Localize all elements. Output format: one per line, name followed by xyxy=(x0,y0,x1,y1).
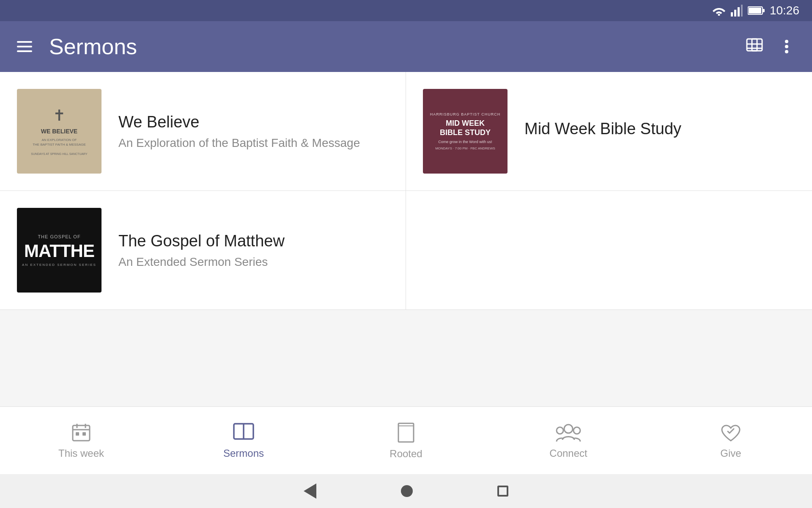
thumbnail-mid-week-details: MONDAYS · 7:00 PM · FBC ANDREWS xyxy=(435,146,495,150)
svg-point-25 xyxy=(564,425,573,433)
svg-rect-9 xyxy=(752,39,757,51)
chat-icon[interactable] xyxy=(745,36,765,57)
svg-point-26 xyxy=(557,427,563,434)
system-nav xyxy=(0,474,812,508)
thumbnail-matthew-title: MATTHE xyxy=(24,241,94,261)
svg-point-14 xyxy=(785,50,788,53)
home-button[interactable] xyxy=(401,485,413,497)
sermon-title-mid-week: Mid Week Bible Study xyxy=(524,120,795,138)
sermon-subtitle-we-believe: An Exploration of the Baptist Faith & Me… xyxy=(118,136,389,150)
sermon-info-matthew: The Gospel of Matthew An Extended Sermon… xyxy=(118,232,389,269)
status-bar: 10:26 xyxy=(0,0,812,21)
status-time: 10:26 xyxy=(770,4,799,17)
nav-label-rooted: Rooted xyxy=(390,448,422,460)
nav-label-sermons: Sermons xyxy=(223,447,264,459)
give-icon xyxy=(719,422,742,443)
thumbnail-mid-week-title: MID WEEKBIBLE STUDY xyxy=(436,119,495,137)
connect-icon xyxy=(556,422,581,443)
sermon-card-mid-week[interactable]: HARRISBURG BAPTIST CHURCH MID WEEKBIBLE … xyxy=(406,72,812,191)
sermon-card-empty xyxy=(406,191,812,310)
nav-label-connect: Connect xyxy=(549,447,587,459)
thumbnail-title-we-believe: WE BELIEVE xyxy=(37,128,82,135)
svg-rect-2 xyxy=(734,10,736,17)
nav-label-this-week: This week xyxy=(58,447,104,459)
svg-rect-4 xyxy=(741,5,743,17)
main-content: ✝ WE BELIEVE AN EXPLORATION OFTHE BAPTIS… xyxy=(0,72,812,406)
more-vertical-icon[interactable] xyxy=(778,36,795,57)
hamburger-button[interactable] xyxy=(17,41,32,52)
sermon-thumbnail-matthew: THE GOSPEL OF MATTHE AN EXTENDED SERMON … xyxy=(17,208,102,293)
sermon-thumbnail-we-believe: ✝ WE BELIEVE AN EXPLORATION OFTHE BAPTIS… xyxy=(17,89,102,174)
svg-rect-6 xyxy=(749,8,761,14)
sermon-info-we-believe: We Believe An Exploration of the Baptist… xyxy=(118,113,389,150)
cross-icon: ✝ xyxy=(53,107,66,124)
sermon-subtitle-matthew: An Extended Sermon Series xyxy=(118,255,389,269)
sermon-grid: ✝ WE BELIEVE AN EXPLORATION OFTHE BAPTIS… xyxy=(0,72,812,310)
signal-icon xyxy=(731,5,743,17)
svg-rect-1 xyxy=(731,12,733,17)
nav-label-give: Give xyxy=(720,447,741,459)
nav-item-connect[interactable]: Connect xyxy=(487,407,650,474)
status-icons: 10:26 xyxy=(712,4,799,17)
sermon-card-we-believe[interactable]: ✝ WE BELIEVE AN EXPLORATION OFTHE BAPTIS… xyxy=(0,72,406,191)
svg-point-13 xyxy=(785,45,788,48)
svg-rect-8 xyxy=(747,39,762,51)
app-bar: Sermons xyxy=(0,21,812,72)
thumbnail-matthew-label: THE GOSPEL OF xyxy=(38,234,80,239)
thumbnail-church-name: HARRISBURG BAPTIST CHURCH xyxy=(430,112,500,116)
svg-point-0 xyxy=(718,14,720,16)
bottom-nav: This week Sermons Rooted Connect xyxy=(0,406,812,474)
sermon-title-matthew: The Gospel of Matthew xyxy=(118,232,389,250)
sermon-thumbnail-mid-week: HARRISBURG BAPTIST CHURCH MID WEEKBIBLE … xyxy=(423,89,508,174)
thumbnail-footer-we-believe: SUNDAYS AT SPRING HILL SANCTUARY xyxy=(28,152,90,156)
app-title: Sermons xyxy=(49,34,745,59)
sermon-title-we-believe: We Believe xyxy=(118,113,389,131)
svg-rect-3 xyxy=(738,7,740,17)
calendar-icon xyxy=(71,422,92,443)
svg-rect-15 xyxy=(73,425,90,441)
app-bar-actions xyxy=(745,36,795,57)
svg-point-27 xyxy=(573,427,580,434)
svg-rect-20 xyxy=(82,432,86,436)
sermon-icon xyxy=(232,422,255,443)
sermon-card-matthew[interactable]: THE GOSPEL OF MATTHE AN EXTENDED SERMON … xyxy=(0,191,406,310)
battery-icon xyxy=(748,6,765,15)
svg-point-12 xyxy=(785,40,788,43)
svg-rect-7 xyxy=(763,9,765,12)
book-icon xyxy=(397,422,415,444)
nav-item-rooted[interactable]: Rooted xyxy=(325,407,487,474)
recent-button[interactable] xyxy=(497,486,508,497)
thumbnail-sub-we-believe: AN EXPLORATION OFTHE BAPTIST FAITH & MES… xyxy=(30,138,88,147)
thumbnail-come-study: Come grow in the Word with us! xyxy=(438,140,492,144)
nav-item-this-week[interactable]: This week xyxy=(0,407,162,474)
nav-item-sermons[interactable]: Sermons xyxy=(162,407,325,474)
sermon-info-mid-week: Mid Week Bible Study xyxy=(524,120,795,143)
back-button[interactable] xyxy=(304,483,316,499)
nav-item-give[interactable]: Give xyxy=(650,407,812,474)
svg-rect-19 xyxy=(76,432,79,436)
wifi-icon xyxy=(712,6,726,16)
thumbnail-matthew-sub: AN EXTENDED SERMON SERIES xyxy=(22,263,96,267)
